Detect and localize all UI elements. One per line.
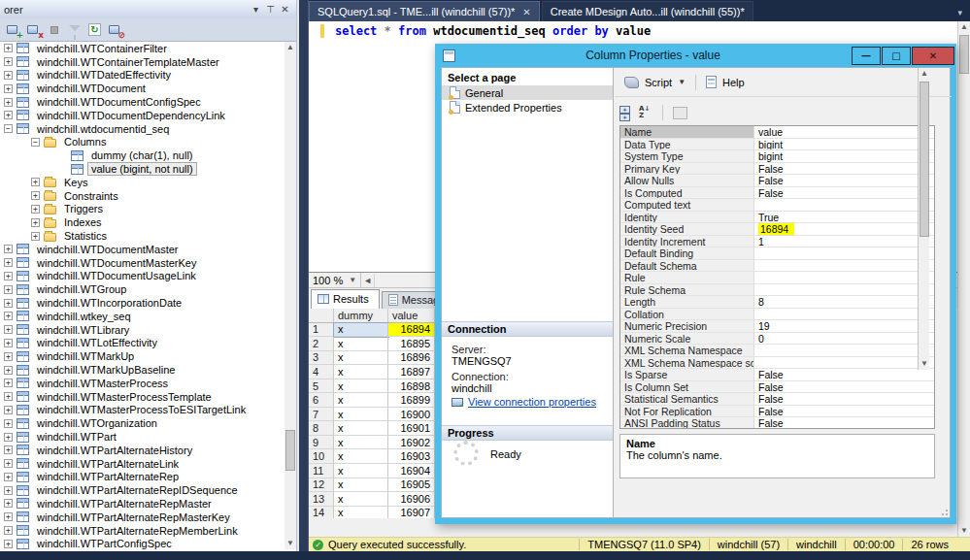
value-cell[interactable]: 16907 [388, 507, 435, 518]
value-cell[interactable]: 16899 [388, 393, 435, 408]
property-value[interactable]: True [754, 212, 934, 224]
expand-expander-icon[interactable]: + [4, 512, 13, 521]
tree-item[interactable]: +windchill.WTDocumentMaster [0, 243, 284, 256]
expand-expander-icon[interactable]: + [31, 191, 40, 200]
scroll-down-icon[interactable]: ▼ [284, 538, 296, 549]
expand-expander-icon[interactable]: + [4, 419, 13, 428]
expand-expander-icon[interactable]: + [4, 499, 13, 508]
property-value[interactable]: bigint [754, 150, 934, 163]
tree-item[interactable]: −Columns [0, 136, 284, 149]
row-header-cell[interactable]: 4 [309, 365, 334, 379]
tree-item[interactable]: +windchill.WTMarkUp [0, 349, 284, 363]
tree-item[interactable]: +windchill.WTPart [0, 430, 284, 444]
property-value[interactable] [754, 357, 934, 370]
pin-icon[interactable]: ⊤ [263, 4, 278, 15]
panel-splitter[interactable] [297, 0, 309, 551]
expand-expander-icon[interactable]: + [4, 84, 13, 93]
expand-expander-icon[interactable]: + [4, 258, 13, 267]
maximize-button[interactable]: □ [882, 47, 911, 65]
tab-results[interactable]: Results [311, 289, 380, 309]
tree-item[interactable]: +windchill.WTPartAlternateLink [0, 457, 284, 471]
property-value[interactable] [754, 199, 934, 212]
property-value[interactable]: 0 [754, 333, 934, 346]
property-value[interactable]: False [754, 163, 934, 176]
expand-expander-icon[interactable]: + [4, 98, 13, 107]
property-value[interactable]: False [754, 393, 934, 406]
expand-expander-icon[interactable]: + [4, 540, 13, 548]
value-cell[interactable]: 16894 [388, 323, 435, 338]
property-value[interactable]: False [754, 406, 934, 418]
expand-expander-icon[interactable]: + [4, 379, 13, 387]
stop-icon[interactable] [47, 22, 63, 38]
expand-expander-icon[interactable]: + [4, 473, 13, 481]
value-cell[interactable]: 16895 [388, 337, 435, 351]
property-value[interactable]: 16894 [754, 223, 934, 236]
tree-item[interactable]: +windchill.WTMasterProcessToESITargetLin… [0, 404, 284, 417]
tree-item[interactable]: +windchill.WTOrganization [0, 416, 284, 430]
property-value[interactable]: bigint [754, 139, 934, 151]
connect-database-icon[interactable]: + [6, 22, 22, 38]
dummy-cell[interactable]: x [334, 408, 388, 422]
dummy-cell[interactable]: x [334, 449, 388, 464]
tree-item[interactable]: +windchill.WTLotEffectivity [0, 337, 284, 350]
tab-list-icon[interactable]: ▾ [957, 8, 970, 21]
tree-item[interactable]: +windchill.WTDocumentUsageLink [0, 270, 284, 283]
tree-item[interactable]: +windchill.WTMasterProcess [0, 377, 284, 390]
column-header-value[interactable]: value [388, 309, 435, 323]
help-button[interactable]: Help [722, 77, 745, 88]
expand-expander-icon[interactable]: + [4, 272, 13, 280]
row-header-cell[interactable]: 12 [309, 478, 334, 493]
script-button[interactable]: Script [645, 77, 672, 88]
property-grid-scrollbar[interactable]: ▲ ▼ [918, 68, 929, 370]
resize-grip[interactable] [941, 509, 949, 516]
row-header-cell[interactable]: 10 [309, 449, 334, 464]
tree-item[interactable]: +windchill.WTMarkUpBaseline [0, 363, 284, 377]
document-tab[interactable]: SQLQuery1.sql - TME...ill (windchill (57… [309, 1, 540, 21]
tree-item[interactable]: +windchill.WTDocumentMasterKey [0, 256, 284, 270]
value-cell[interactable]: 16897 [388, 365, 435, 379]
row-header-cell[interactable]: 7 [309, 408, 334, 422]
tree-item[interactable]: −windchill.wtdocumentid_seq [0, 122, 284, 136]
expand-expander-icon[interactable]: + [4, 312, 13, 320]
expand-expander-icon[interactable]: + [31, 218, 40, 227]
dummy-cell[interactable]: x [334, 478, 388, 493]
hscroll-left-icon[interactable]: ◄ [361, 274, 375, 287]
scrollbar-thumb[interactable] [285, 430, 295, 471]
scroll-up-icon[interactable]: ▲ [919, 68, 930, 80]
dummy-cell[interactable]: x [334, 507, 388, 518]
chevron-down-icon[interactable]: ▼ [678, 78, 686, 86]
tree-item[interactable]: +windchill.WTIncorporationDate [0, 296, 284, 310]
value-cell[interactable]: 16898 [388, 379, 435, 394]
minimize-button[interactable]: — [852, 47, 881, 65]
zoom-level-combo[interactable]: 100 % ▼ [309, 273, 361, 287]
collapse-expander-icon[interactable]: − [31, 138, 40, 147]
expand-expander-icon[interactable]: + [4, 44, 13, 52]
page-item-extended-properties[interactable]: Extended Properties [442, 100, 613, 115]
property-value[interactable] [754, 247, 934, 260]
dummy-cell[interactable]: x [334, 393, 388, 408]
expand-expander-icon[interactable]: + [4, 245, 13, 253]
tree-item[interactable]: dummy (char(1), null) [0, 148, 284, 162]
tree-item[interactable]: +windchill.WTPartAlternateRepMaster [0, 497, 284, 511]
dummy-cell[interactable]: x [334, 337, 388, 351]
row-header-cell[interactable]: 5 [309, 379, 334, 394]
expand-expander-icon[interactable]: + [4, 111, 13, 119]
property-value[interactable]: False [754, 369, 934, 381]
scroll-up-icon[interactable]: ▲ [958, 21, 970, 33]
expand-expander-icon[interactable]: + [4, 486, 13, 495]
object-explorer-scrollbar[interactable]: ▲ ▼ [284, 42, 296, 549]
expand-expander-icon[interactable]: + [4, 459, 13, 468]
dummy-cell[interactable]: x [334, 379, 388, 394]
tree-item[interactable]: +windchill.WTGroup [0, 282, 284, 296]
document-tab[interactable]: Create MDesign Auto...ill (windchill (55… [542, 1, 753, 21]
dummy-cell[interactable]: x [334, 323, 388, 338]
expand-expander-icon[interactable]: + [4, 433, 13, 442]
expand-expander-icon[interactable]: + [4, 71, 13, 80]
property-value[interactable] [754, 345, 934, 357]
value-cell[interactable]: 16901 [388, 421, 435, 436]
close-tab-icon[interactable]: ✕ [522, 7, 530, 17]
value-cell[interactable]: 16905 [388, 478, 435, 493]
dummy-cell[interactable]: x [334, 351, 388, 366]
alphabetical-sort-icon[interactable]: A↓Z [639, 106, 652, 119]
value-cell[interactable]: 16904 [388, 464, 435, 478]
